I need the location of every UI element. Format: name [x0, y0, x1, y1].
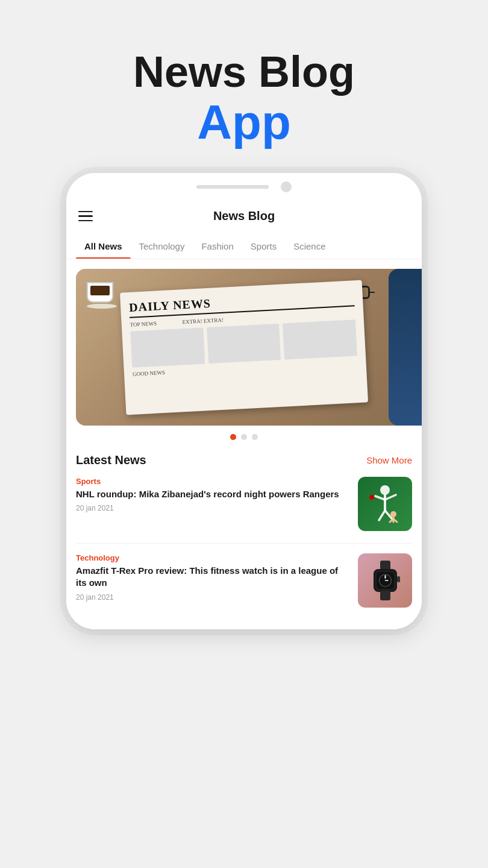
- carousel-second-peek: [389, 269, 422, 426]
- hero-title-line1: News Blog: [133, 48, 355, 96]
- svg-point-6: [369, 495, 374, 500]
- news-item-1-text: Sports NHL roundup: Mika Zibanejad's rec…: [76, 477, 351, 512]
- latest-news-title: Latest News: [76, 453, 146, 467]
- coffee-cup: [87, 282, 120, 312]
- svg-rect-11: [380, 561, 390, 570]
- news-item-1[interactable]: Sports NHL roundup: Mika Zibanejad's rec…: [76, 477, 412, 531]
- news-item-1-category: Sports: [76, 477, 351, 486]
- nav-tabs: All News Technology Fashion Sports Scien…: [66, 234, 422, 259]
- news-item-2-text: Technology Amazfit T-Rex Pro review: Thi…: [76, 553, 351, 602]
- svg-point-0: [380, 485, 390, 495]
- svg-rect-18: [380, 591, 390, 600]
- hamburger-button[interactable]: [78, 211, 93, 222]
- newspaper-visual: DAILY NEWS TOP NEWS EXTRA! EXTRA! GOOD N…: [76, 269, 412, 426]
- app-title: News Blog: [213, 209, 275, 223]
- phone-top-bar: [66, 173, 422, 198]
- tab-science[interactable]: Science: [285, 234, 334, 259]
- newspaper-paper: DAILY NEWS TOP NEWS EXTRA! EXTRA! GOOD N…: [120, 280, 368, 415]
- dot-1[interactable]: [230, 434, 236, 440]
- news-item-2-date: 20 jan 2021: [76, 593, 351, 602]
- news-item-1-image: [358, 477, 412, 531]
- carousel: DAILY NEWS TOP NEWS EXTRA! EXTRA! GOOD N…: [66, 259, 422, 448]
- hero-section: News Blog App: [133, 48, 355, 149]
- news-item-2-category: Technology: [76, 553, 351, 562]
- hero-title-line2: App: [133, 96, 355, 149]
- carousel-dots: [76, 426, 412, 448]
- svg-line-3: [385, 495, 396, 500]
- news-item-2-headline: Amazfit T-Rex Pro review: This fitness w…: [76, 565, 351, 590]
- sports-player-icon: [367, 483, 403, 525]
- carousel-main-image[interactable]: DAILY NEWS TOP NEWS EXTRA! EXTRA! GOOD N…: [76, 269, 412, 426]
- news-item-2-image: [358, 553, 412, 608]
- dot-3[interactable]: [252, 434, 258, 440]
- news-divider-1: [76, 543, 412, 544]
- dot-2[interactable]: [241, 434, 247, 440]
- tab-fashion[interactable]: Fashion: [193, 234, 242, 259]
- svg-line-4: [379, 511, 385, 520]
- app-header: News Blog: [66, 198, 422, 234]
- news-item-1-headline: NHL roundup: Mika Zibanejad's record nig…: [76, 488, 351, 500]
- phone-mockup: News Blog All News Technology Fashion Sp…: [66, 173, 422, 629]
- latest-news-header: Latest News Show More: [76, 453, 412, 467]
- show-more-button[interactable]: Show More: [366, 455, 412, 465]
- app-content: News Blog All News Technology Fashion Sp…: [66, 198, 422, 629]
- hamburger-line-3: [78, 220, 93, 222]
- smartwatch-icon: [369, 559, 402, 602]
- tab-all-news[interactable]: All News: [76, 234, 131, 259]
- news-item-2[interactable]: Technology Amazfit T-Rex Pro review: Thi…: [76, 553, 412, 608]
- tab-technology[interactable]: Technology: [131, 234, 193, 259]
- svg-line-2: [375, 496, 385, 500]
- news-item-1-date: 20 jan 2021: [76, 504, 351, 512]
- phone-notch: [196, 185, 269, 189]
- hamburger-line-2: [78, 215, 93, 217]
- svg-rect-19: [397, 576, 400, 582]
- tab-sports[interactable]: Sports: [242, 234, 285, 259]
- hamburger-line-1: [78, 211, 93, 213]
- phone-camera: [281, 181, 292, 192]
- latest-news-section: Latest News Show More Sports NHL roundup…: [66, 448, 422, 629]
